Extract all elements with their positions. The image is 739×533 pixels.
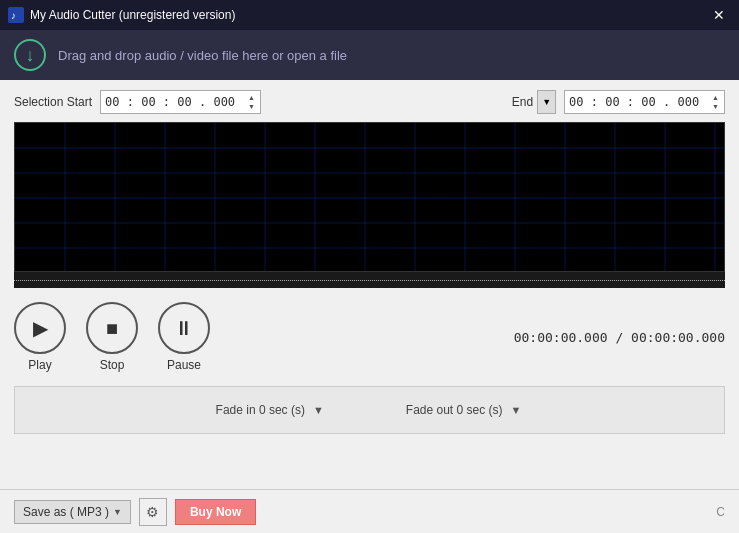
timeline-dots [14, 280, 725, 281]
fade-out-label: Fade out 0 sec (s) [406, 403, 503, 417]
selection-start-label: Selection Start [14, 95, 92, 109]
save-format-label: Save as ( MP3 ) [23, 505, 109, 519]
settings-button[interactable]: ⚙ [139, 498, 167, 526]
play-control: ▶ Play [14, 302, 66, 372]
selection-start-spinners: ▲ ▼ [247, 93, 256, 111]
selection-end-up[interactable]: ▲ [711, 93, 720, 102]
drop-icon: ↓ [14, 39, 46, 71]
save-as-button[interactable]: Save as ( MP3 ) ▼ [14, 500, 131, 524]
selection-end-input-wrap[interactable]: ▲ ▼ [564, 90, 725, 114]
main-content: Selection Start ▲ ▼ End ▼ ▲ ▼ [0, 80, 739, 434]
bottom-right-label: C [716, 505, 725, 519]
stop-control: ■ Stop [86, 302, 138, 372]
app-title: My Audio Cutter (unregistered version) [30, 8, 235, 22]
current-time: 00:00:00.000 [514, 330, 608, 345]
close-button[interactable]: ✕ [707, 6, 731, 24]
end-label: End [512, 95, 533, 109]
stop-button[interactable]: ■ [86, 302, 138, 354]
stop-icon: ■ [106, 317, 118, 340]
total-time: 00:00:00.000 [631, 330, 725, 345]
svg-text:♪: ♪ [11, 10, 16, 21]
stop-label: Stop [100, 358, 125, 372]
buy-now-button[interactable]: Buy Now [175, 499, 256, 525]
selection-start-down[interactable]: ▼ [247, 102, 256, 111]
app-icon: ♪ [8, 7, 24, 23]
drop-label: Drag and drop audio / video file here or… [58, 48, 347, 63]
selection-start-input-wrap[interactable]: ▲ ▼ [100, 90, 261, 114]
selection-end-input[interactable] [569, 95, 709, 109]
drop-zone[interactable]: ↓ Drag and drop audio / video file here … [0, 30, 739, 80]
waveform-area [14, 122, 725, 288]
fade-in-item: Fade in 0 sec (s) ▼ [216, 402, 326, 418]
title-bar: ♪ My Audio Cutter (unregistered version)… [0, 0, 739, 30]
selection-row: Selection Start ▲ ▼ End ▼ ▲ ▼ [14, 90, 725, 114]
time-display: 00:00:00.000 / 00:00:00.000 [514, 330, 725, 345]
waveform-display [14, 122, 725, 272]
pause-control: ⏸ Pause [158, 302, 210, 372]
end-dropdown-button[interactable]: ▼ [537, 90, 556, 114]
selection-start-input[interactable] [105, 95, 245, 109]
save-dropdown-arrow-icon: ▼ [113, 507, 122, 517]
fade-in-dropdown[interactable]: ▼ [311, 402, 326, 418]
waveform-timeline [14, 272, 725, 288]
selection-end-down[interactable]: ▼ [711, 102, 720, 111]
pause-icon: ⏸ [174, 317, 194, 340]
controls-row: ▶ Play ■ Stop ⏸ Pause 00:00:00.000 / 00:… [14, 288, 725, 378]
title-bar-left: ♪ My Audio Cutter (unregistered version) [8, 7, 235, 23]
fade-in-label: Fade in 0 sec (s) [216, 403, 305, 417]
waveform-grid-svg [15, 123, 724, 271]
fade-row: Fade in 0 sec (s) ▼ Fade out 0 sec (s) ▼ [14, 386, 725, 434]
play-button[interactable]: ▶ [14, 302, 66, 354]
fade-out-dropdown[interactable]: ▼ [509, 402, 524, 418]
pause-button[interactable]: ⏸ [158, 302, 210, 354]
play-icon: ▶ [33, 316, 48, 340]
selection-start-up[interactable]: ▲ [247, 93, 256, 102]
end-label-wrap: End ▼ [512, 90, 556, 114]
time-separator: / [608, 330, 631, 345]
bottom-bar: Save as ( MP3 ) ▼ ⚙ Buy Now C [0, 489, 739, 533]
selection-end-spinners: ▲ ▼ [711, 93, 720, 111]
fade-out-item: Fade out 0 sec (s) ▼ [406, 402, 524, 418]
drop-arrow-icon: ↓ [26, 45, 35, 66]
play-label: Play [28, 358, 51, 372]
pause-label: Pause [167, 358, 201, 372]
